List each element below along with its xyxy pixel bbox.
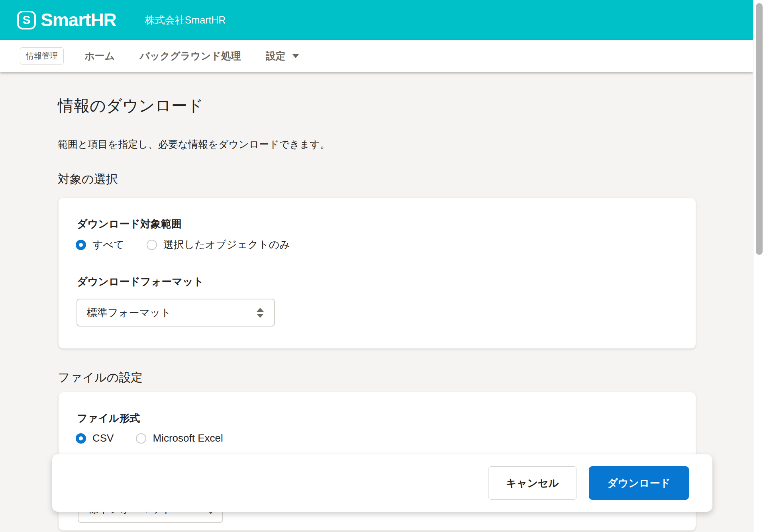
- file-format-label: ファイル形式: [77, 411, 140, 425]
- cancel-button[interactable]: キャンセル: [488, 466, 577, 500]
- page-title: 情報のダウンロード: [58, 95, 204, 117]
- download-range-radio-group: すべて 選択したオブジェクトのみ: [76, 238, 312, 252]
- download-button[interactable]: ダウンロード: [589, 466, 689, 500]
- nav-item-background-jobs[interactable]: バックグラウンド処理: [139, 49, 241, 63]
- download-format-label: ダウンロードフォーマット: [77, 275, 204, 289]
- section-heading-file: ファイルの設定: [58, 370, 143, 386]
- radio-unchecked-icon: [147, 240, 157, 250]
- radio-checked-icon: [76, 240, 86, 250]
- radio-checked-icon: [76, 433, 86, 444]
- chevron-down-icon: [292, 54, 299, 58]
- download-format-select[interactable]: 標準フォーマット: [76, 299, 275, 327]
- download-format-select-value: 標準フォーマット: [87, 306, 171, 320]
- action-bar: キャンセル ダウンロード: [52, 454, 712, 512]
- radio-option-csv-label: CSV: [92, 432, 114, 444]
- nav-item-home[interactable]: ホーム: [84, 49, 115, 63]
- smarthr-logo-icon: S: [17, 11, 36, 29]
- radio-option-excel-label: Microsoft Excel: [153, 432, 223, 444]
- page-description: 範囲と項目を指定し、必要な情報をダウンロードできます。: [58, 138, 330, 151]
- radio-unchecked-icon: [136, 433, 146, 444]
- app-header: S SmartHR 株式会社SmartHR: [0, 0, 753, 40]
- radio-option-csv[interactable]: CSV: [76, 432, 114, 444]
- download-range-label: ダウンロード対象範囲: [77, 217, 182, 231]
- scrollbar-track[interactable]: [753, 0, 765, 532]
- company-name: 株式会社SmartHR: [145, 14, 226, 27]
- nav-item-settings[interactable]: 設定: [266, 49, 299, 63]
- target-selection-card: ダウンロード対象範囲 すべて 選択したオブジェクトのみ ダウンロードフォーマット…: [59, 198, 696, 348]
- smarthr-logo[interactable]: S SmartHR: [17, 9, 116, 31]
- radio-option-selected-objects[interactable]: 選択したオブジェクトのみ: [147, 238, 290, 252]
- nav-bar: 情報管理 ホーム バックグラウンド処理 設定: [0, 40, 753, 72]
- radio-option-selected-objects-label: 選択したオブジェクトのみ: [163, 238, 290, 252]
- file-format-radio-group: CSV Microsoft Excel: [76, 432, 245, 444]
- radio-option-excel[interactable]: Microsoft Excel: [136, 432, 223, 444]
- select-updown-icon: [257, 308, 264, 318]
- smarthr-logo-text: SmartHR: [41, 9, 116, 31]
- section-heading-target: 対象の選択: [58, 171, 118, 188]
- app-name-badge: 情報管理: [20, 47, 64, 65]
- scrollbar-thumb[interactable]: [756, 3, 763, 255]
- nav-item-settings-label: 設定: [266, 49, 286, 63]
- radio-option-all-label: すべて: [92, 238, 124, 252]
- radio-option-all[interactable]: すべて: [76, 238, 124, 252]
